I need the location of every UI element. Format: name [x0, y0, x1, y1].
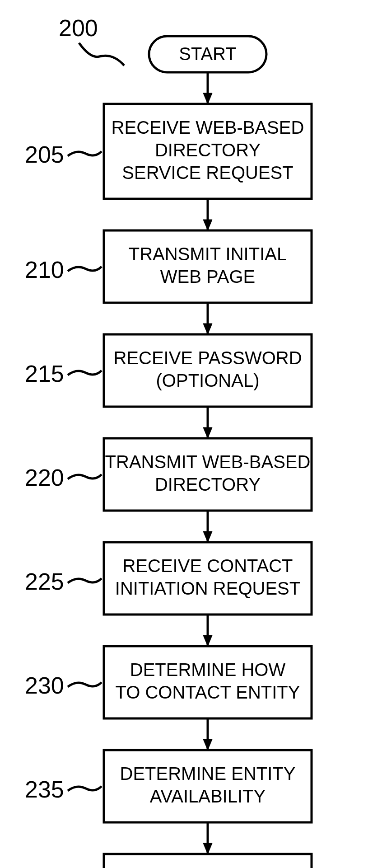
step-215: RECEIVE PASSWORD(OPTIONAL) [104, 334, 312, 407]
step-210: TRANSMIT INITIALWEB PAGE [104, 230, 312, 303]
step-240: INITIATE VOICE CALL [104, 854, 312, 868]
step-text: DETERMINE ENTITY [120, 764, 296, 784]
step-text: SERVICE REQUEST [122, 163, 293, 183]
step-205: RECEIVE WEB-BASEDDIRECTORYSERVICE REQUES… [104, 104, 312, 199]
step-text: TRANSMIT WEB-BASED [105, 452, 311, 472]
ref-text: 230 [25, 672, 64, 699]
svg-rect-17 [104, 854, 312, 868]
ref-text: 205 [25, 141, 64, 168]
start-node: START [149, 36, 266, 72]
ref-text: 215 [25, 361, 64, 387]
step-text: TO CONTACT ENTITY [116, 682, 300, 702]
step-220: TRANSMIT WEB-BASEDDIRECTORY [104, 438, 312, 511]
flowchart-diagram: START200RECEIVE WEB-BASEDDIRECTORYSERVIC… [0, 0, 368, 868]
start-label: START [179, 44, 236, 64]
step-text: RECEIVE CONTACT [122, 556, 293, 576]
step-text: (OPTIONAL) [156, 371, 260, 390]
step-text: RECEIVE PASSWORD [113, 348, 302, 368]
ref-230: 230 [25, 672, 102, 699]
ref-205: 205 [25, 141, 102, 168]
step-text: DIRECTORY [155, 474, 261, 494]
step-text: DIRECTORY [155, 140, 261, 160]
ref-text: 210 [25, 257, 64, 283]
step-235: DETERMINE ENTITYAVAILABILITY [104, 750, 312, 822]
ref-text: 235 [25, 776, 64, 802]
step-text: TRANSMIT INITIAL [129, 244, 287, 264]
arrow-3 [203, 407, 212, 438]
arrow-5 [203, 615, 212, 646]
step-text: INITIATION REQUEST [115, 578, 300, 598]
arrow-7 [203, 822, 212, 854]
arrow-1 [203, 199, 212, 230]
ref-text: 225 [25, 568, 64, 595]
ref-220: 220 [25, 464, 102, 491]
step-text: RECEIVE WEB-BASED [112, 117, 304, 137]
step-225: RECEIVE CONTACTINITIATION REQUEST [104, 542, 312, 615]
step-text: DETERMINE HOW [130, 660, 286, 680]
step-text: WEB PAGE [160, 267, 255, 286]
figure-ref-text: 200 [59, 15, 98, 41]
step-230: DETERMINE HOWTO CONTACT ENTITY [104, 646, 312, 718]
arrow-4 [203, 511, 212, 542]
ref-text: 220 [25, 464, 64, 491]
step-text: AVAILABILITY [150, 786, 266, 806]
figure-ref: 200 [59, 15, 124, 66]
arrow-2 [203, 303, 212, 334]
arrow-0 [203, 72, 212, 104]
arrow-6 [203, 718, 212, 750]
ref-210: 210 [25, 257, 102, 283]
ref-215: 215 [25, 361, 102, 387]
ref-235: 235 [25, 776, 102, 802]
ref-225: 225 [25, 568, 102, 595]
